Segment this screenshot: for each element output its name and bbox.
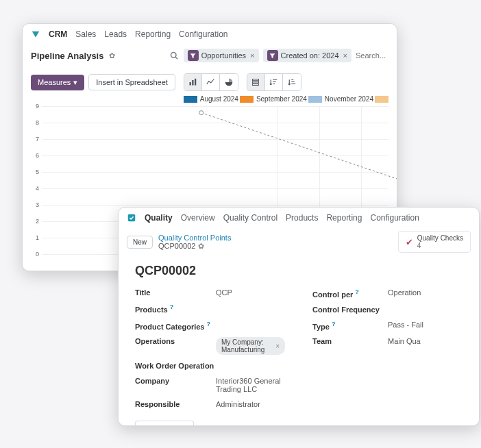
svg-rect-8 bbox=[253, 79, 259, 81]
filter-created-on[interactable]: Created on: 2024 × bbox=[263, 49, 352, 62]
record-title: QCP00002 bbox=[135, 264, 463, 278]
legend-item[interactable]: August 2024 bbox=[184, 95, 238, 103]
filter-opportunities[interactable]: Opportunities × bbox=[184, 49, 259, 62]
products-label: Products ? bbox=[135, 303, 216, 314]
breadcrumb-current-label: QCP00002 bbox=[158, 242, 195, 250]
y-tick: 9 bbox=[36, 103, 39, 110]
search-icon[interactable] bbox=[169, 50, 180, 61]
app-logo-icon bbox=[31, 29, 40, 39]
search-input[interactable] bbox=[356, 51, 388, 60]
svg-marker-3 bbox=[190, 53, 196, 58]
form-tabs: Instructions Message If Failure Notes bbox=[135, 420, 463, 426]
nav-quality-control[interactable]: Quality Control bbox=[223, 213, 278, 223]
legend-swatch bbox=[240, 96, 254, 103]
nav-sales[interactable]: Sales bbox=[75, 29, 96, 39]
team-label: Team bbox=[312, 337, 388, 345]
stack-type-group bbox=[247, 73, 301, 91]
quality-subbar: New Quality Control Points QCP00002 ✿ ✔ … bbox=[119, 228, 479, 258]
filter-icon bbox=[267, 50, 278, 61]
legend-item[interactable] bbox=[375, 95, 388, 103]
filter-label: Created on: 2024 bbox=[281, 51, 339, 60]
sort-asc-icon[interactable] bbox=[283, 74, 301, 90]
svg-marker-4 bbox=[270, 53, 275, 58]
tab-message-if-failure[interactable]: Message If Failure bbox=[194, 421, 276, 426]
checks-label: Quality Checks bbox=[417, 234, 463, 242]
quality-window: Quality Overview Quality Control Product… bbox=[118, 207, 480, 426]
app-name[interactable]: CRM bbox=[49, 29, 67, 39]
legend-item[interactable]: November 2024 bbox=[308, 95, 373, 103]
app-name[interactable]: Quality bbox=[145, 213, 173, 223]
breadcrumb-parent[interactable]: Quality Control Points bbox=[158, 234, 231, 242]
measures-button[interactable]: Measures ▾ bbox=[31, 75, 84, 90]
responsible-value[interactable]: Administrator bbox=[216, 400, 260, 408]
legend-swatch bbox=[308, 96, 322, 103]
nav-reporting[interactable]: Reporting bbox=[135, 29, 171, 39]
svg-rect-7 bbox=[195, 79, 196, 86]
crm-topnav: CRM Sales Leads Reporting Configuration bbox=[23, 24, 397, 45]
sort-desc-icon[interactable] bbox=[265, 74, 283, 90]
legend-label: September 2024 bbox=[256, 95, 307, 103]
y-axis: 0123456789 bbox=[31, 106, 40, 254]
filter-icon bbox=[188, 50, 199, 61]
chart-legend: August 2024 September 2024 November 2024 bbox=[184, 95, 388, 103]
y-tick: 0 bbox=[36, 251, 39, 258]
legend-swatch bbox=[184, 96, 197, 103]
quality-topnav: Quality Overview Quality Control Product… bbox=[119, 208, 479, 228]
legend-item[interactable]: September 2024 bbox=[240, 95, 307, 103]
gear-icon[interactable]: ✿ bbox=[109, 51, 115, 60]
tab-instructions[interactable]: Instructions bbox=[135, 421, 194, 426]
nav-reporting[interactable]: Reporting bbox=[326, 213, 362, 223]
stacked-icon[interactable] bbox=[247, 74, 265, 90]
breadcrumb: Quality Control Points QCP00002 ✿ bbox=[158, 234, 231, 251]
svg-point-1 bbox=[171, 53, 176, 58]
y-tick: 3 bbox=[36, 201, 39, 208]
checks-count: 4 bbox=[417, 242, 463, 249]
nav-leads[interactable]: Leads bbox=[104, 29, 127, 39]
legend-swatch bbox=[375, 96, 388, 103]
operations-label: Operations bbox=[135, 337, 216, 355]
nav-products[interactable]: Products bbox=[286, 213, 318, 223]
pie-chart-icon[interactable] bbox=[220, 74, 238, 90]
control-frequency-label: Control Frequency bbox=[312, 306, 388, 314]
gear-icon[interactable]: ✿ bbox=[198, 242, 204, 251]
nav-configuration[interactable]: Configuration bbox=[179, 29, 227, 39]
control-per-value[interactable]: Operation bbox=[388, 288, 421, 299]
operations-tag[interactable]: My Company: Manufacturing× bbox=[216, 337, 285, 355]
nav-configuration[interactable]: Configuration bbox=[370, 213, 419, 223]
categories-label: Product Categories ? bbox=[135, 321, 216, 331]
svg-rect-6 bbox=[193, 80, 194, 86]
line-chart-icon[interactable] bbox=[202, 74, 220, 90]
title-label: Title bbox=[135, 288, 216, 297]
insert-spreadsheet-button[interactable]: Insert in Spreadsheet bbox=[88, 74, 175, 90]
title-value[interactable]: QCP bbox=[216, 288, 232, 297]
company-value[interactable]: Interior360 General Trading LLC bbox=[216, 377, 285, 393]
new-button[interactable]: New bbox=[127, 236, 153, 249]
svg-marker-0 bbox=[32, 32, 40, 38]
responsible-label: Responsible bbox=[135, 400, 216, 408]
chevron-down-icon: ▾ bbox=[73, 78, 77, 87]
bar-chart-icon[interactable] bbox=[184, 74, 202, 90]
quality-checks-button[interactable]: ✔ Quality Checks 4 bbox=[398, 231, 471, 253]
close-icon[interactable]: × bbox=[342, 51, 347, 60]
page-title: Pipeline Analysis bbox=[31, 51, 103, 61]
team-value[interactable]: Main Qua bbox=[388, 337, 421, 345]
type-label: Type ? bbox=[312, 321, 388, 331]
legend-label: November 2024 bbox=[325, 95, 373, 103]
chart-type-group bbox=[184, 73, 238, 91]
tag-label: My Company: Manufacturing bbox=[221, 338, 272, 353]
search-area: Opportunities × Created on: 2024 × bbox=[169, 49, 388, 62]
app-logo-icon bbox=[127, 213, 136, 223]
y-tick: 7 bbox=[36, 136, 39, 142]
nav-overview[interactable]: Overview bbox=[181, 213, 215, 223]
close-icon[interactable]: × bbox=[275, 343, 280, 350]
type-value[interactable]: Pass - Fail bbox=[388, 321, 423, 331]
tab-notes[interactable]: Notes bbox=[277, 421, 317, 426]
y-tick: 4 bbox=[36, 185, 39, 192]
svg-rect-10 bbox=[253, 84, 259, 85]
check-icon: ✔ bbox=[406, 237, 413, 247]
svg-rect-9 bbox=[253, 82, 259, 83]
close-icon[interactable]: × bbox=[249, 51, 254, 60]
y-tick: 1 bbox=[36, 234, 39, 241]
y-tick: 6 bbox=[36, 152, 39, 159]
svg-line-2 bbox=[175, 57, 177, 59]
